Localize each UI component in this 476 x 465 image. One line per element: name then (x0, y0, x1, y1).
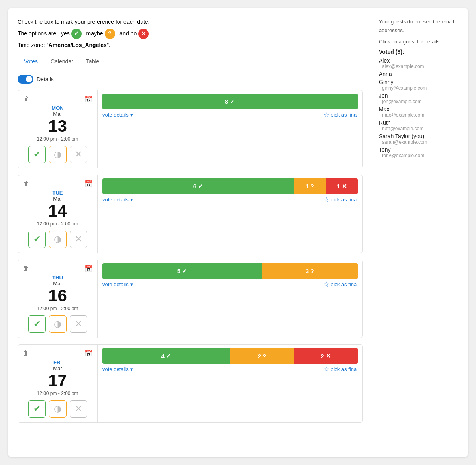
pick-as-final-mar14[interactable]: ☆ pick as final (323, 196, 358, 203)
instruction-line3: Time zone: "America/Los_Angeles". (18, 41, 363, 50)
vote-details-label-mar17: vote details (102, 366, 129, 372)
date-left-mar14: 🗑 📅 TUE Mar 14 12:00 pm - 2:00 pm ✔ ◑ ✕ (18, 175, 98, 253)
details-toggle-switch[interactable] (18, 75, 33, 84)
tab-table[interactable]: Table (80, 55, 106, 68)
date-card-mar14: 🗑 📅 TUE Mar 14 12:00 pm - 2:00 pm ✔ ◑ ✕ (18, 175, 363, 253)
vote-bar-mar14: 6 ✓ 1 ? 1 ✕ (102, 178, 358, 194)
instruction-line2: The options are yes maybe and no . (18, 29, 363, 39)
star-icon-mar17: ☆ (323, 365, 329, 373)
star-icon-mar13: ☆ (323, 111, 329, 119)
vote-details-label-mar13: vote details (102, 112, 129, 118)
day-name-mar13: MON (51, 105, 63, 111)
vote-details-link-mar14[interactable]: vote details ▾ (102, 197, 133, 203)
yes-icon (71, 29, 82, 39)
guest-name-sarah[interactable]: Sarah Taylor (you) (379, 133, 458, 139)
guest-item-tony: Tony tony@example.com (379, 147, 458, 158)
vote-maybe-mar17[interactable]: ◑ (49, 400, 67, 418)
vote-buttons-mar14: ✔ ◑ ✕ (28, 231, 87, 248)
maybe-q-mar16: ? (310, 268, 314, 274)
calendar-icon-mar13[interactable]: 📅 (84, 95, 92, 103)
bar-yes-mar13: 8 ✓ (102, 94, 358, 109)
guest-name-anna[interactable]: Anna (379, 71, 458, 77)
vote-bar-mar16: 5 ✓ 3 ? (102, 263, 358, 279)
vote-bar-area-mar17: 4 ✓ 2 ? 2 ✕ (98, 345, 362, 364)
maybe-icon-mar17: ◑ (54, 404, 61, 414)
date-right-mar13: 8 ✓ vote details ▾ ☆ pick as final (98, 90, 362, 168)
pick-as-final-mar17[interactable]: ☆ pick as final (323, 365, 358, 373)
vote-details-label-mar14: vote details (102, 197, 129, 203)
guest-item-anna: Anna (379, 71, 458, 77)
guest-item-jen: Jen jen@example.com (379, 92, 458, 104)
guest-name-alex[interactable]: Alex (379, 57, 458, 64)
vote-no-mar13[interactable]: ✕ (70, 146, 87, 163)
bar-yes-mar17: 4 ✓ (102, 348, 230, 364)
tab-votes[interactable]: Votes (18, 55, 44, 68)
vote-maybe-mar14[interactable]: ◑ (49, 231, 67, 248)
month-mar16: Mar (53, 281, 62, 287)
pick-final-label-mar14: pick as final (331, 197, 358, 203)
vote-details-row-mar13: vote details ▾ ☆ pick as final (98, 109, 362, 122)
yes-count-mar16: 5 (177, 268, 180, 274)
vote-details-link-mar13[interactable]: vote details ▾ (102, 112, 133, 118)
tab-calendar[interactable]: Calendar (44, 55, 80, 68)
calendar-icon-mar16[interactable]: 📅 (84, 265, 92, 272)
yes-checkmark-mar13: ✔ (33, 149, 41, 160)
vote-yes-mar13[interactable]: ✔ (28, 146, 46, 163)
vote-maybe-mar13[interactable]: ◑ (49, 146, 67, 163)
date-card-mar16: 🗑 📅 THU Mar 16 12:00 pm - 2:00 pm ✔ ◑ ✕ (18, 260, 363, 338)
guest-item-ruth: Ruth ruth@example.com (379, 119, 458, 131)
yes-checkmark-mar14: ✔ (33, 234, 41, 244)
bar-maybe-mar17: 2 ? (230, 348, 294, 364)
guest-name-ginny[interactable]: Ginny (379, 79, 458, 85)
timezone-value: America/Los_Angeles (49, 42, 107, 48)
time-mar17: 12:00 pm - 2:00 pm (37, 391, 78, 396)
instruction-line1: Check the box to mark your preference fo… (18, 18, 363, 27)
day-name-mar16: THU (52, 275, 63, 281)
bar-maybe-mar16: 3 ? (262, 263, 358, 279)
day-name-mar17: FRI (53, 359, 62, 365)
day-number-mar17: 17 (48, 371, 67, 390)
maybe-icon (105, 29, 115, 39)
bar-no-mar14: 1 ✕ (326, 178, 358, 194)
vote-details-link-mar17[interactable]: vote details ▾ (102, 366, 133, 372)
bar-maybe-mar14: 1 ? (294, 178, 326, 194)
calendar-icon-mar17[interactable]: 📅 (84, 350, 92, 357)
chevron-down-icon-mar13: ▾ (130, 112, 133, 118)
date-left-mar16: 🗑 📅 THU Mar 16 12:00 pm - 2:00 pm ✔ ◑ ✕ (18, 260, 98, 338)
pick-final-label-mar17: pick as final (331, 366, 358, 372)
no-icon-mar13: ✕ (75, 149, 82, 160)
vote-yes-mar16[interactable]: ✔ (28, 315, 46, 333)
vote-no-mar17[interactable]: ✕ (70, 400, 87, 418)
yes-checkmark-mar16: ✔ (33, 319, 41, 329)
instruction-text1: Check the box to mark your preference fo… (18, 18, 150, 27)
pick-as-final-mar16[interactable]: ☆ pick as final (323, 281, 358, 288)
star-icon-mar16: ☆ (323, 281, 329, 288)
trash-icon-mar16[interactable]: 🗑 (23, 265, 29, 272)
vote-maybe-mar16[interactable]: ◑ (49, 315, 67, 333)
vote-no-mar16[interactable]: ✕ (70, 315, 87, 333)
guest-item-ginny: Ginny ginny@example.com (379, 79, 458, 91)
maybe-q-mar17: ? (262, 353, 266, 359)
vote-yes-mar14[interactable]: ✔ (28, 231, 46, 248)
no-count-mar14: 1 (337, 183, 340, 190)
date-right-mar14: 6 ✓ 1 ? 1 ✕ v (98, 175, 362, 253)
vote-no-mar14[interactable]: ✕ (70, 231, 87, 248)
trash-icon-mar13[interactable]: 🗑 (23, 95, 29, 103)
calendar-icon-mar14[interactable]: 📅 (84, 180, 92, 188)
trash-icon-mar14[interactable]: 🗑 (23, 180, 29, 188)
instruction-timezone-text: Time zone: "America/Los_Angeles". (18, 41, 110, 50)
guest-name-jen[interactable]: Jen (379, 92, 458, 99)
pick-as-final-mar13[interactable]: ☆ pick as final (323, 111, 358, 119)
vote-bar-mar17: 4 ✓ 2 ? 2 ✕ (102, 348, 358, 364)
vote-details-row-mar14: vote details ▾ ☆ pick as final (98, 194, 362, 207)
trash-icon-mar17[interactable]: 🗑 (23, 350, 29, 357)
vote-details-link-mar16[interactable]: vote details ▾ (102, 281, 133, 287)
vote-details-label-mar16: vote details (102, 281, 129, 287)
vote-yes-mar17[interactable]: ✔ (28, 400, 46, 418)
guest-email-alex: alex@example.com (379, 64, 458, 69)
guest-name-ruth[interactable]: Ruth (379, 119, 458, 126)
pick-final-label-mar13: pick as final (331, 112, 358, 118)
guest-name-max[interactable]: Max (379, 106, 458, 112)
guest-name-tony[interactable]: Tony (379, 147, 458, 153)
date-card-mar17: 🗑 📅 FRI Mar 17 12:00 pm - 2:00 pm ✔ ◑ ✕ (18, 344, 363, 423)
